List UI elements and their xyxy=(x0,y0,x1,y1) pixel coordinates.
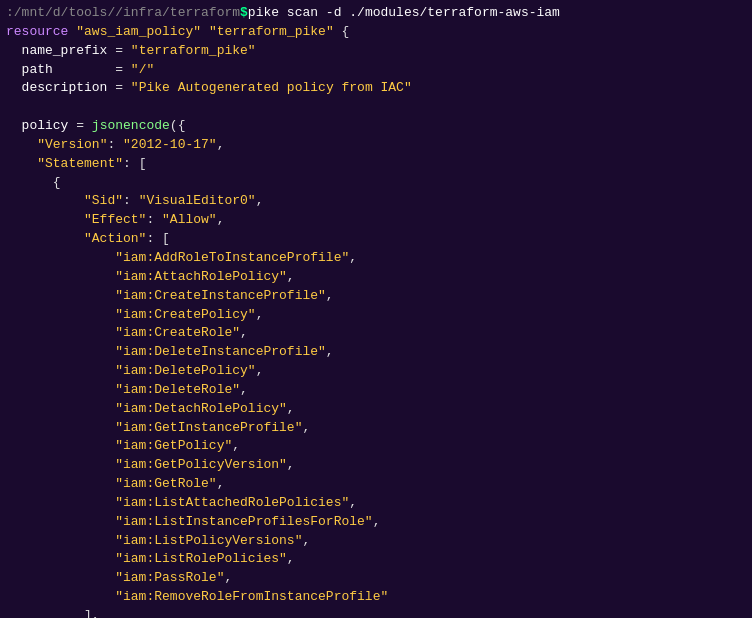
code-line-18: "iam:DeleteInstanceProfile", xyxy=(6,343,746,362)
terminal-window: :/mnt/d/tools/ /infra/terraform$ pike sc… xyxy=(0,0,752,618)
code-line-3: path = "/" xyxy=(6,61,746,80)
code-line-2: name_prefix = "terraform_pike" xyxy=(6,42,746,61)
code-line-29: "iam:ListRolePolicies", xyxy=(6,550,746,569)
code-line-22: "iam:GetInstanceProfile", xyxy=(6,419,746,438)
code-line-7: "Version": "2012-10-17", xyxy=(6,136,746,155)
path-prefix: :/mnt/d/tools/ xyxy=(6,4,115,23)
code-line-30: "iam:PassRole", xyxy=(6,569,746,588)
code-line-5 xyxy=(6,98,746,117)
command-text: pike scan -d ./modules/terraform-aws-iam xyxy=(248,4,560,23)
code-line-14: "iam:AttachRolePolicy", xyxy=(6,268,746,287)
code-line-12: "Action": [ xyxy=(6,230,746,249)
code-line-24: "iam:GetPolicyVersion", xyxy=(6,456,746,475)
code-line-10: "Sid": "VisualEditor0", xyxy=(6,192,746,211)
code-line-6: policy = jsonencode({ xyxy=(6,117,746,136)
code-line-4: description = "Pike Autogenerated policy… xyxy=(6,79,746,98)
code-line-26: "iam:ListAttachedRolePolicies", xyxy=(6,494,746,513)
code-line-17: "iam:CreateRole", xyxy=(6,324,746,343)
code-line-16: "iam:CreatePolicy", xyxy=(6,306,746,325)
code-line-13: "iam:AddRoleToInstanceProfile", xyxy=(6,249,746,268)
prompt-line: :/mnt/d/tools/ /infra/terraform$ pike sc… xyxy=(6,4,746,23)
code-line-1: resource "aws_iam_policy" "terraform_pik… xyxy=(6,23,746,42)
code-line-9: { xyxy=(6,174,746,193)
code-line-28: "iam:ListPolicyVersions", xyxy=(6,532,746,551)
path-suffix: /infra/terraform xyxy=(115,4,240,23)
code-line-19: "iam:DeletePolicy", xyxy=(6,362,746,381)
code-line-23: "iam:GetPolicy", xyxy=(6,437,746,456)
code-line-8: "Statement": [ xyxy=(6,155,746,174)
code-line-11: "Effect": "Allow", xyxy=(6,211,746,230)
code-line-25: "iam:GetRole", xyxy=(6,475,746,494)
code-line-27: "iam:ListInstanceProfilesForRole", xyxy=(6,513,746,532)
code-line-32: ], xyxy=(6,607,746,618)
code-line-15: "iam:CreateInstanceProfile", xyxy=(6,287,746,306)
code-line-31: "iam:RemoveRoleFromInstanceProfile" xyxy=(6,588,746,607)
prompt-dollar: $ xyxy=(240,4,248,23)
code-line-21: "iam:DetachRolePolicy", xyxy=(6,400,746,419)
code-line-20: "iam:DeleteRole", xyxy=(6,381,746,400)
